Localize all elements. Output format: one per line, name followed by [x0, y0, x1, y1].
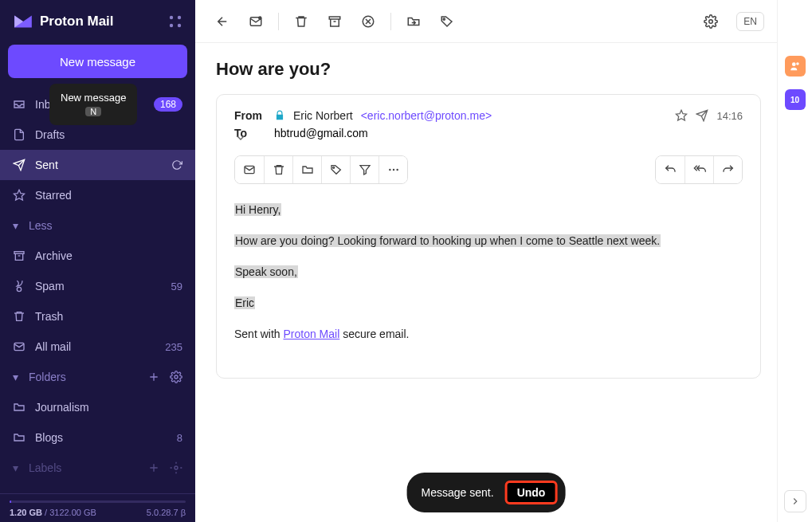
message-actions-right — [655, 155, 743, 184]
apps-grid-icon[interactable] — [168, 14, 182, 29]
sent-status-icon — [696, 109, 708, 122]
nav-less-toggle[interactable]: ▾ Less — [0, 210, 195, 241]
folder-icon — [13, 431, 25, 444]
nav-archive[interactable]: Archive — [0, 241, 195, 271]
sidebar-header: Proton Mail — [0, 0, 195, 40]
label-message-button[interactable] — [321, 156, 350, 183]
mark-unread-button[interactable] — [235, 156, 264, 183]
sender-name[interactable]: Eric Norbert — [293, 109, 353, 122]
new-message-button[interactable]: New message — [8, 45, 187, 78]
svg-marker-16 — [677, 110, 687, 120]
star-icon[interactable] — [675, 109, 688, 122]
move-message-button[interactable] — [292, 156, 321, 183]
folders-header[interactable]: ▾ Folders — [0, 362, 195, 392]
delete-message-button[interactable] — [264, 156, 292, 183]
svg-point-21 — [396, 169, 398, 171]
right-rail: 10 — [777, 0, 812, 522]
add-label-icon[interactable] — [147, 461, 160, 474]
brand-logo[interactable]: Proton Mail — [13, 11, 114, 32]
allmail-icon — [13, 340, 25, 353]
folder-icon — [13, 401, 25, 414]
svg-point-8 — [175, 375, 178, 379]
drafts-icon — [13, 128, 25, 141]
message-subject: How are you? — [211, 59, 761, 80]
svg-point-6 — [17, 287, 21, 291]
forward-button[interactable] — [713, 156, 742, 183]
chevron-down-icon: ▾ — [13, 371, 22, 383]
language-switcher[interactable]: EN — [736, 12, 764, 31]
reply-all-button[interactable] — [685, 156, 713, 183]
proton-mail-link[interactable]: Proton Mail — [283, 328, 339, 340]
spam-count: 59 — [171, 281, 182, 292]
message-time: 14:16 — [716, 110, 743, 122]
nav-label: Spam — [35, 280, 162, 292]
nav-sent[interactable]: Sent — [0, 150, 195, 180]
move-button[interactable] — [399, 7, 428, 36]
brand-name: Proton Mail — [40, 14, 114, 29]
chevron-down-icon: ▾ — [13, 461, 22, 474]
body-line-4: Eric — [234, 296, 255, 309]
nav-trash[interactable]: Trash — [0, 301, 195, 332]
chevron-down-icon: ▾ — [13, 219, 22, 232]
folder-label: Blogs — [35, 431, 167, 444]
more-message-button[interactable] — [379, 156, 407, 183]
refresh-icon[interactable] — [171, 159, 182, 171]
folder-label: Journalism — [35, 401, 182, 414]
proton-logo-icon — [13, 11, 33, 32]
nav-allmail[interactable]: All mail 235 — [0, 332, 195, 362]
tooltip-title: New message — [61, 92, 126, 104]
from-label: From — [234, 109, 266, 122]
settings-button[interactable] — [696, 7, 725, 36]
sidebar-nav: Inbox 168 Drafts Sent Starred ▾ Less — [0, 89, 195, 493]
label-settings-icon[interactable] — [170, 461, 182, 474]
folder-count: 8 — [177, 432, 182, 444]
svg-marker-4 — [14, 190, 24, 200]
rail-calendar-icon[interactable]: 10 — [785, 89, 806, 110]
trash-icon — [13, 310, 25, 323]
rail-expand-button[interactable] — [784, 490, 806, 512]
spam-button[interactable] — [354, 7, 382, 36]
version-text: 5.0.28.7 β — [147, 508, 186, 517]
svg-point-1 — [178, 16, 181, 19]
nav-label: Starred — [35, 189, 182, 202]
label-button[interactable] — [433, 7, 461, 36]
sender-email[interactable]: <eric.norbert@proton.me> — [361, 109, 492, 122]
add-folder-icon[interactable] — [147, 371, 160, 383]
message-card: From Eric Norbert <eric.norbert@proton.m… — [216, 94, 761, 379]
nav-spam[interactable]: Spam 59 — [0, 271, 195, 301]
reply-button[interactable] — [656, 156, 685, 183]
sent-icon — [13, 159, 25, 171]
sidebar: Proton Mail New message New message N In… — [0, 0, 195, 522]
folder-journalism[interactable]: Journalism — [0, 392, 195, 422]
inbox-icon — [13, 98, 25, 111]
message-toolbar: EN — [195, 0, 777, 43]
message-body: Hi Henry, How are you doing? Looking for… — [234, 202, 743, 343]
labels-header[interactable]: ▾ Labels — [0, 453, 195, 483]
folder-settings-icon[interactable] — [170, 371, 182, 383]
storage-text: 1.20 GB / 3122.00 GB — [10, 508, 96, 517]
back-button[interactable] — [208, 7, 237, 36]
svg-point-14 — [443, 18, 445, 19]
svg-rect-5 — [14, 252, 24, 254]
mark-read-button[interactable] — [241, 7, 270, 36]
svg-point-22 — [791, 62, 795, 66]
undo-button[interactable]: Undo — [505, 481, 558, 504]
recipient-email[interactable]: hbtrud@gmail.com — [274, 127, 368, 139]
tooltip-shortcut-key: N — [85, 107, 101, 116]
nav-label: Drafts — [35, 128, 182, 141]
svg-point-23 — [796, 62, 799, 65]
body-line-2: How are you doing? Looking forward to ho… — [234, 234, 661, 247]
allmail-count: 235 — [165, 341, 182, 353]
svg-point-2 — [170, 24, 173, 27]
folder-blogs[interactable]: Blogs 8 — [0, 422, 195, 453]
filter-message-button[interactable] — [350, 156, 379, 183]
lock-icon — [274, 110, 285, 121]
svg-point-9 — [175, 466, 178, 469]
svg-point-18 — [332, 167, 334, 168]
delete-button[interactable] — [287, 7, 316, 36]
rail-contacts-icon[interactable] — [785, 56, 806, 77]
signature: Sent with Proton Mail secure email. — [234, 326, 743, 343]
nav-starred[interactable]: Starred — [0, 180, 195, 210]
section-label: Folders — [29, 371, 66, 383]
archive-button[interactable] — [320, 7, 349, 36]
